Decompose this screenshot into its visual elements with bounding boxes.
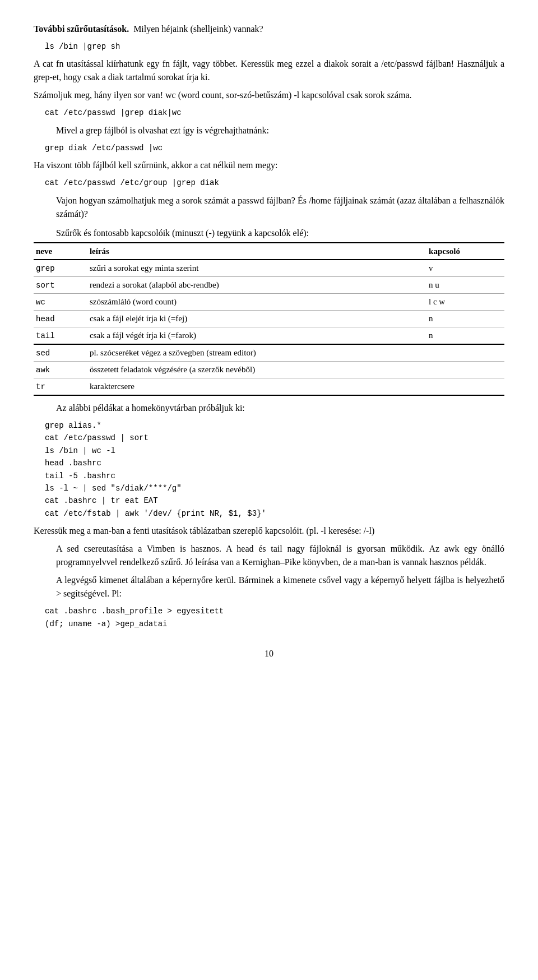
row-sort-desc: rendezi a sorokat (alapból abc-rendbe) [87,277,426,294]
paragraph-7: A sed csereutasítása a Vimben is hasznos… [56,542,504,569]
code-line-5: tail -5 .bashrc [45,470,504,482]
heading-question: Milyen héjaink (shelljeink) vannak? [133,24,263,34]
row-grep-switch: v [426,260,504,277]
heading-title: További szűrőutasítások. [34,24,129,34]
code-final: cat .bashrc .bash_profile > egyesitett (… [45,605,504,630]
col-header-desc: leírás [87,243,426,260]
table-header-row: neve leírás kapcsoló [34,243,504,260]
final-code-line-1: cat .bashrc .bash_profile > egyesitett [45,605,504,617]
row-sed-switch [426,344,504,362]
page-content: További szűrőutasítások. Milyen héjaink … [34,22,504,660]
row-awk-desc: összetett feladatok végzésére (a szerzők… [87,362,426,378]
paragraph-8: A legvégső kimenet általában a képernyőr… [56,574,504,600]
paragraph-1: A cat fn utasítással kiírhatunk egy fn f… [34,57,504,84]
row-sort-name: sort [34,277,87,294]
row-tr-desc: karaktercsere [87,378,426,396]
col-header-switch: kapcsoló [426,243,504,260]
code-line-2: cat /etc/passwd | sort [45,432,504,444]
code-line-7: cat .bashrc | tr eat EAT [45,494,504,507]
filter-table: neve leírás kapcsoló grep szűri a soroka… [34,242,504,396]
code-cat-passwd-group: cat /etc/passwd /etc/group |grep diak [45,177,504,189]
row-grep-name: grep [34,260,87,277]
row-sed-desc: pl. szócseréket végez a szövegben (strea… [87,344,426,362]
row-tr-name: tr [34,378,87,396]
section2-intro: Az alábbi példákat a homekönyvtárban pró… [56,401,504,415]
paragraph-6: Keressük meg a man-ban a fenti utasításo… [34,524,504,538]
row-tail-name: tail [34,327,87,345]
filter-table-section: Szűrők és fontosabb kapcsolóik (minuszt … [34,226,504,396]
page-number: 10 [34,647,504,660]
row-head-desc: csak a fájl elejét írja ki (=fej) [87,311,426,327]
paragraph-3: Mivel a grep fájlból is olvashat ezt így… [56,124,504,137]
col-header-name: neve [34,243,87,260]
page-heading: További szűrőutasítások. Milyen héjaink … [34,22,504,36]
row-wc-name: wc [34,294,87,311]
code-line-4: head .bashrc [45,457,504,469]
row-awk-switch [426,362,504,378]
row-head-name: head [34,311,87,327]
table-row: sort rendezi a sorokat (alapból abc-rend… [34,277,504,294]
code-examples: grep alias.* cat /etc/passwd | sort ls /… [45,419,504,520]
paragraph-2: Számoljuk meg, hány ilyen sor van! wc (w… [34,89,504,102]
row-wc-switch: l c w [426,294,504,311]
table-row: sed pl. szócseréket végez a szövegben (s… [34,344,504,362]
row-head-switch: n [426,311,504,327]
row-tail-switch: n [426,327,504,345]
code-line-6: ls -l ~ | sed "s/diak/****/g" [45,482,504,494]
table-row: wc szószámláló (word count) l c w [34,294,504,311]
row-grep-desc: szűri a sorokat egy minta szerint [87,260,426,277]
table-row: head csak a fájl elejét írja ki (=fej) n [34,311,504,327]
table-row: awk összetett feladatok végzésére (a sze… [34,362,504,378]
table-row: tail csak a fájl végét írja ki (=farok) … [34,327,504,345]
table-row: tr karaktercsere [34,378,504,396]
paragraph-4: Ha viszont több fájlból kell szűrnünk, a… [34,159,504,172]
paragraph-5: Vajon hogyan számolhatjuk meg a sorok sz… [56,194,504,221]
row-sed-name: sed [34,344,87,362]
code-grep-passwd-wc: grep diak /etc/passwd |wc [45,142,504,154]
row-tail-desc: csak a fájl végét írja ki (=farok) [87,327,426,345]
code-line-1: grep alias.* [45,419,504,432]
code-cat-grep-wc: cat /etc/passwd |grep diak|wc [45,107,504,119]
row-awk-name: awk [34,362,87,378]
code-ls-grep: ls /bin |grep sh [45,40,504,53]
row-sort-switch: n u [426,277,504,294]
code-line-3: ls /bin | wc -l [45,445,504,457]
code-line-8: cat /etc/fstab | awk '/dev/ {print NR, $… [45,507,504,520]
table-intro: Szűrők és fontosabb kapcsolóik (minuszt … [56,226,504,240]
row-wc-desc: szószámláló (word count) [87,294,426,311]
table-row: grep szűri a sorokat egy minta szerint v [34,260,504,277]
row-tr-switch [426,378,504,396]
final-code-line-2: (df; uname -a) >gep_adatai [45,618,504,630]
